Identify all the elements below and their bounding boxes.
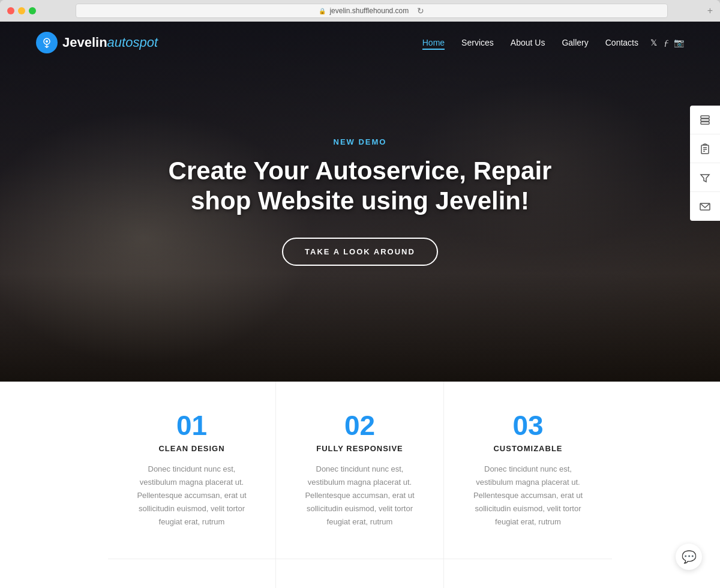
- sidebar-clipboard-icon[interactable]: [690, 134, 720, 163]
- hero-subtitle: NEW DEMO: [169, 137, 552, 146]
- feature-desc-1: Donec tincidunt nunc est, vestibulum mag…: [132, 463, 251, 529]
- feature-number-1: 01: [132, 412, 251, 439]
- chat-icon: 💬: [682, 550, 697, 564]
- svg-rect-2: [701, 116, 709, 118]
- svg-rect-3: [701, 119, 709, 121]
- nav-about[interactable]: About Us: [511, 37, 545, 48]
- sidebar-filter-icon[interactable]: [690, 163, 720, 192]
- nav-gallery[interactable]: Gallery: [562, 37, 588, 48]
- hero-section: Jevelinautospot Home Services About Us G…: [0, 22, 720, 382]
- feature-number-3: 03: [468, 412, 588, 439]
- nav-contacts[interactable]: Contacts: [605, 37, 638, 48]
- hero-cta-button[interactable]: TAKE A LOOK AROUND: [282, 238, 438, 266]
- minimize-dot[interactable]: [18, 7, 25, 14]
- features-section: 01 CLEAN DESIGN Donec tincidunt nunc est…: [0, 382, 720, 588]
- feature-card-1: 01 CLEAN DESIGN Donec tincidunt nunc est…: [108, 382, 276, 559]
- schedule-card: DO YOU WANT TO SCHEDULE AN APPOINTMENT? …: [444, 559, 612, 588]
- sidebar-layers-icon[interactable]: [690, 106, 720, 134]
- address-bar[interactable]: 🔒 jevelin.shufflehound.com ↻: [76, 4, 668, 18]
- logo-brand: Jevelinautospot: [62, 35, 158, 50]
- feature-card-2: 02 FULLY RESPONSIVE Donec tincidunt nunc…: [276, 382, 444, 559]
- feature-title-3: CUSTOMIZABLE: [468, 444, 588, 453]
- url-text: jevelin.shufflehound.com: [329, 7, 409, 15]
- twitter-icon[interactable]: 𝕏: [650, 38, 657, 48]
- nav-home-link[interactable]: Home: [422, 38, 445, 50]
- nav-services[interactable]: Services: [461, 37, 494, 48]
- feature-desc-3: Donec tincidunt nunc est, vestibulum mag…: [468, 463, 588, 529]
- nav-contacts-link[interactable]: Contacts: [605, 38, 638, 47]
- feature-number-2: 02: [300, 412, 419, 439]
- browser-titlebar: 🔒 jevelin.shufflehound.com ↻ +: [0, 0, 720, 22]
- navbar: Jevelinautospot Home Services About Us G…: [0, 22, 720, 64]
- chat-bubble[interactable]: 💬: [676, 544, 702, 570]
- logo-icon: [36, 32, 58, 53]
- hero-content: NEW DEMO Create Your Autoservice, Repair…: [169, 137, 552, 266]
- nav-gallery-link[interactable]: Gallery: [562, 38, 588, 47]
- facebook-icon[interactable]: 𝓯: [664, 38, 667, 48]
- svg-point-1: [46, 40, 48, 43]
- logo[interactable]: Jevelinautospot: [36, 32, 158, 53]
- nav-about-link[interactable]: About Us: [511, 38, 545, 47]
- nav-services-link[interactable]: Services: [461, 38, 494, 47]
- browser-window: 🔒 jevelin.shufflehound.com ↻ +: [0, 0, 720, 588]
- feature-title-2: FULLY RESPONSIVE: [300, 444, 419, 453]
- svg-rect-4: [701, 122, 709, 124]
- nav-home[interactable]: Home: [422, 37, 445, 48]
- features-row-1: 01 CLEAN DESIGN Donec tincidunt nunc est…: [108, 382, 612, 559]
- feature-card-3: 03 CUSTOMIZABLE Donec tincidunt nunc est…: [444, 382, 612, 559]
- expand-icon[interactable]: +: [707, 5, 713, 16]
- hero-title: Create Your Autoservice, Repairshop Webs…: [169, 156, 552, 217]
- feature-card-5: 05 ONE CLICK INSTALL Donec tincidunt nun…: [276, 559, 444, 588]
- website-content: Jevelinautospot Home Services About Us G…: [0, 22, 720, 588]
- feature-card-4: 04 MULTI-PURPOSE Donec tincidunt nunc es…: [108, 559, 276, 588]
- sidebar-icons: [690, 106, 720, 221]
- reload-button[interactable]: ↻: [417, 6, 424, 16]
- maximize-dot[interactable]: [29, 7, 36, 14]
- nav-social: 𝕏 𝓯 📷: [650, 38, 684, 48]
- features-row-2: 04 MULTI-PURPOSE Donec tincidunt nunc es…: [108, 559, 612, 588]
- nav-links: Home Services About Us Gallery Contacts: [422, 37, 638, 48]
- feature-title-1: CLEAN DESIGN: [132, 444, 251, 453]
- close-dot[interactable]: [7, 7, 14, 14]
- instagram-icon[interactable]: 📷: [674, 38, 684, 48]
- lock-icon: 🔒: [319, 8, 326, 14]
- sidebar-mail-icon[interactable]: [690, 192, 720, 221]
- feature-desc-2: Donec tincidunt nunc est, vestibulum mag…: [300, 463, 419, 529]
